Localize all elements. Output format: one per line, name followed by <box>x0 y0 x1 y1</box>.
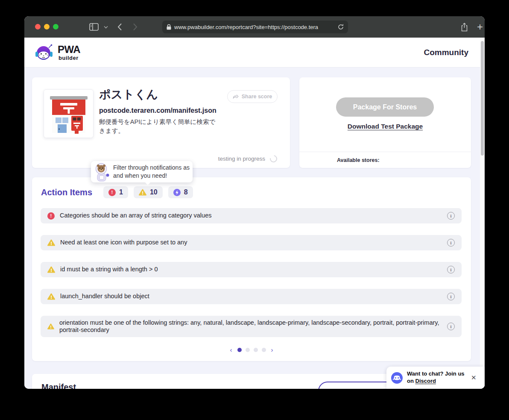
package-card: Package For Stores Download Test Package… <box>299 77 471 168</box>
pwabuilder-wordmark: PWA builder <box>58 44 80 61</box>
pagination-dot-2[interactable] <box>246 348 250 352</box>
discord-chat-widget: Want to chat? Join us on Discord <box>386 367 485 389</box>
tooltip-text: Filter through notifications as and when… <box>113 164 190 180</box>
severity-badges: 1 10 <box>103 186 193 198</box>
discord-logo-icon <box>391 372 403 385</box>
sidebar-dropdown-chevron-icon[interactable] <box>104 16 108 38</box>
action-item-row[interactable]: Categories should be an array of string … <box>41 208 462 223</box>
browser-titlebar: www.pwabuilder.com/reportcard?site=https… <box>24 16 485 38</box>
warning-icon <box>47 239 55 246</box>
url-fade <box>318 21 333 33</box>
site-header: PWA builder Community <box>24 38 485 68</box>
pagination-dot-1[interactable] <box>237 348 242 352</box>
app-info-card: ポストくん postcode.teraren.com/manifest.json… <box>32 77 290 168</box>
info-icon[interactable] <box>447 266 455 273</box>
available-stores-label: Available stores: <box>337 157 380 163</box>
app-icon <box>44 89 94 138</box>
reload-icon[interactable] <box>338 24 344 30</box>
pwabuilder-logo[interactable]: PWA builder <box>34 44 80 61</box>
error-count-badge[interactable]: 1 <box>103 186 128 198</box>
address-bar[interactable]: www.pwabuilder.com/reportcard?site=https… <box>162 21 348 33</box>
scrollbar-thumb[interactable] <box>481 41 484 156</box>
action-item-text: Need at least one icon with purpose set … <box>60 239 442 246</box>
pagination-dot-3[interactable] <box>254 348 258 352</box>
info-icon[interactable] <box>447 293 455 300</box>
warning-count: 10 <box>150 188 158 196</box>
pagination <box>32 347 471 353</box>
error-count: 1 <box>119 188 123 196</box>
action-item-text: Categories should be an array of string … <box>60 212 442 219</box>
warning-icon <box>139 189 146 196</box>
testing-status-label: testing in progress <box>218 156 265 162</box>
minimize-window-button[interactable] <box>44 24 50 29</box>
notification-tooltip: Filter through notifications as and when… <box>91 161 193 182</box>
action-items-header: Action Items 1 10 <box>41 186 193 198</box>
tip-count-badge[interactable]: 8 <box>168 186 193 198</box>
action-items-card: Action Items 1 10 <box>32 177 471 361</box>
action-item-text: id must be a string with a length > 0 <box>60 266 442 273</box>
info-icon[interactable] <box>447 239 455 247</box>
discord-widget-text: Want to chat? Join us on Discord <box>407 370 471 385</box>
share-score-label: Share score <box>242 94 272 100</box>
package-card-footer: Available stores: <box>299 152 471 168</box>
warning-icon <box>47 266 55 273</box>
zoom-window-button[interactable] <box>53 24 59 29</box>
traffic-lights <box>35 24 59 29</box>
testing-status: testing in progress <box>218 155 277 162</box>
warning-icon <box>47 323 54 330</box>
action-item-row[interactable]: id must be a string with a length > 0 <box>41 262 462 277</box>
pagination-dot-4[interactable] <box>262 348 266 352</box>
url-text: www.pwabuilder.com/reportcard?site=https… <box>174 24 335 30</box>
new-tab-icon[interactable] <box>477 16 483 38</box>
app-manifest-url: postcode.teraren.com/manifest.json <box>99 107 223 115</box>
download-test-package-link[interactable]: Download Test Package <box>299 123 471 130</box>
share-score-button[interactable]: Share score <box>227 90 278 103</box>
astronaut-mascot-icon <box>93 162 111 184</box>
manifest-title: Manifest <box>41 382 76 389</box>
action-item-text: launch_handler should be object <box>60 293 442 300</box>
info-icon[interactable] <box>447 212 455 220</box>
screenshot-stage: www.pwabuilder.com/reportcard?site=https… <box>0 0 509 420</box>
page-content: PWA builder Community <box>24 38 485 389</box>
package-for-stores-button[interactable]: Package For Stores <box>336 97 434 117</box>
nav-community-link[interactable]: Community <box>424 38 469 68</box>
pagination-prev-icon[interactable] <box>229 347 234 353</box>
info-icon[interactable] <box>447 323 455 330</box>
share-score-icon <box>233 94 239 100</box>
loading-spinner-icon <box>269 154 279 164</box>
warning-count-badge[interactable]: 10 <box>134 186 163 198</box>
discord-link[interactable]: Discord <box>415 378 436 384</box>
action-item-row[interactable]: Need at least one icon with purpose set … <box>41 235 462 250</box>
app-texts: ポストくん postcode.teraren.com/manifest.json… <box>99 87 223 135</box>
app-title: ポストくん <box>99 87 223 102</box>
action-item-row[interactable]: orientation must be one of the following… <box>41 316 462 337</box>
pwabuilder-otter-icon <box>34 44 54 61</box>
post-office-illustration <box>47 93 90 135</box>
close-window-button[interactable] <box>35 24 41 29</box>
share-page-icon[interactable] <box>461 16 468 38</box>
app-description: 郵便番号をAPIにより素早く簡単に検索できます。 <box>99 117 218 135</box>
lock-icon <box>167 24 171 30</box>
tip-count: 8 <box>184 188 188 196</box>
logo-primary-text: PWA <box>58 44 80 55</box>
forward-button-icon[interactable] <box>133 16 137 38</box>
action-items-title: Action Items <box>41 188 92 197</box>
tip-bolt-icon <box>173 189 181 196</box>
action-item-row[interactable]: launch_handler should be object <box>41 289 462 304</box>
warning-icon <box>47 293 55 300</box>
action-item-text: orientation must be one of the following… <box>59 319 442 334</box>
browser-window: www.pwabuilder.com/reportcard?site=https… <box>24 16 485 389</box>
back-button-icon[interactable] <box>117 16 122 38</box>
error-icon <box>108 189 116 196</box>
pagination-next-icon[interactable] <box>270 347 275 353</box>
page-scrollbar[interactable] <box>480 38 485 389</box>
close-icon[interactable] <box>471 374 479 382</box>
logo-secondary-text: builder <box>59 55 80 61</box>
error-icon <box>47 212 55 220</box>
sidebar-toggle-icon[interactable] <box>89 16 99 38</box>
